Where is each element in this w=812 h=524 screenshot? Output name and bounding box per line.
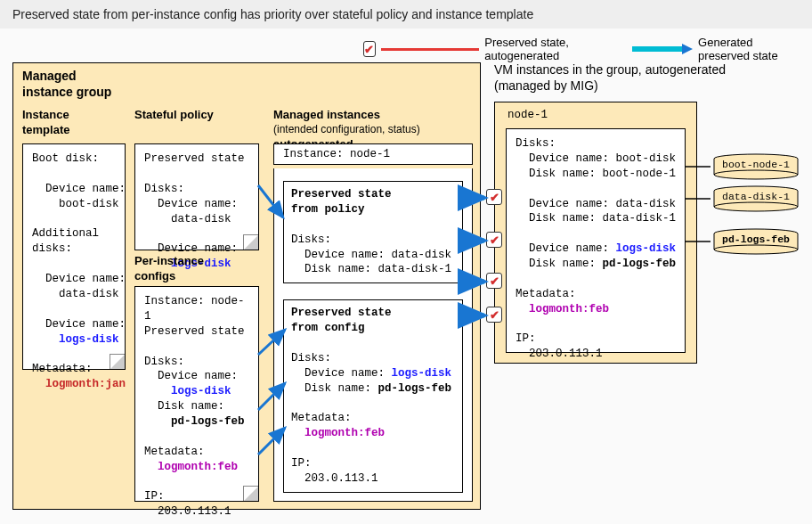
check-icon: ✔ [486, 232, 502, 248]
svg-point-6 [714, 170, 798, 179]
t-l11: logmonth:jan [32, 377, 116, 392]
t-l9: logs-disk [32, 332, 116, 348]
fp-t2: from policy [291, 202, 455, 217]
fc6: IP: [291, 456, 455, 471]
pi3: Disks: [144, 355, 249, 370]
stateful-policy-panel: Preserved state Disks: Device name: data… [134, 143, 259, 250]
t-l1: Boot disk: [32, 151, 116, 167]
managed-instances-panel: Preserved state from policy Disks: Devic… [273, 168, 473, 502]
v1: Disks: [516, 136, 676, 151]
cyan-arrow-icon [630, 43, 693, 55]
v8: logmonth:feb [516, 302, 676, 317]
disk-data: data-disk-1 [712, 185, 800, 212]
pi-h2: configs [134, 269, 259, 282]
v9: IP: [516, 332, 676, 347]
pi1: Instance: node-1 [144, 294, 249, 324]
per-instance-heading: Per-instance configs [134, 254, 259, 284]
mi-s1: (intended configuration, status) [273, 123, 469, 135]
template-heading: Instance template [22, 108, 120, 138]
sp1: Preserved state [144, 151, 249, 167]
sp3: Device name: [144, 197, 249, 212]
pi7: pd-logs-feb [144, 414, 249, 430]
check-icon: ✔ [363, 41, 376, 57]
pi10: IP: [144, 489, 249, 504]
v6: Disk name: pd-logs-feb [516, 257, 676, 272]
v2: Device name: boot-disk [516, 151, 676, 167]
pi8: Metadata: [144, 445, 249, 460]
template-h1: Instance [22, 108, 120, 121]
pi4: Device name: [144, 369, 249, 384]
legend: ✔ Preserved state, autogenerated Generat… [0, 29, 812, 66]
fc5: logmonth:feb [291, 426, 455, 441]
legend-check-label: Preserved state, autogenerated [484, 36, 604, 62]
svg-point-16 [714, 245, 798, 254]
v3: Disk name: boot-node-1 [516, 167, 676, 182]
disk-logs: pd-logs-feb [712, 228, 800, 255]
t-l8: Device name: [32, 317, 116, 332]
check-icon: ✔ [486, 307, 502, 323]
vm-section-title-2: (managed by MIG) [494, 78, 598, 93]
pi2: Preserved state [144, 324, 249, 340]
template-h2: template [22, 123, 120, 136]
check-icon: ✔ [486, 189, 502, 205]
v5: Device name: logs-disk [516, 242, 676, 257]
preserved-from-config: Preserved state from config Disks: Devic… [283, 299, 463, 493]
fc2: Device name: logs-disk [291, 366, 455, 381]
caption: Preserved state from per-instance config… [0, 0, 812, 29]
t-l6: Device name: [32, 272, 116, 287]
vm-section-title-1: VM instances in the group, autogenerated [494, 62, 726, 77]
mig-title-1: Managed [22, 69, 77, 83]
pi9: logmonth:feb [144, 460, 249, 475]
disk-label-1: boot-node-1 [712, 159, 800, 170]
t-l2: Device name: [32, 182, 116, 197]
fp2: Device name: data-disk [291, 248, 455, 263]
v4b: Disk name: data-disk-1 [516, 211, 676, 226]
fc3: Disk name: pd-logs-feb [291, 381, 455, 397]
red-line [381, 48, 479, 51]
fp1: Disks: [291, 233, 455, 248]
pi6: Disk name: [144, 399, 249, 414]
fc4: Metadata: [291, 411, 455, 426]
t-l4: Additional [32, 226, 116, 242]
per-instance-panel: Instance: node-1 Preserved state Disks: … [134, 286, 259, 502]
fp3: Disk name: data-disk-1 [291, 262, 455, 277]
svg-marker-1 [682, 44, 693, 54]
mi-h: Managed instances [273, 108, 469, 121]
legend-arrow-label: Generated preserved state [698, 36, 800, 62]
t-l3: boot-disk [32, 197, 116, 212]
pi11: 203.0.113.1 [144, 504, 249, 520]
v10: 203.0.113.1 [516, 347, 676, 362]
disk-label-3: pd-logs-feb [712, 233, 800, 245]
mig-box: Managed instance group Instance template… [12, 62, 481, 510]
fp-t1: Preserved state [291, 187, 455, 202]
pi5: logs-disk [144, 384, 249, 399]
check-icon: ✔ [486, 273, 502, 289]
mig-title-2: instance group [22, 85, 111, 99]
sp2: Disks: [144, 182, 249, 197]
t-l10: Metadata: [32, 362, 116, 377]
t-l5: disks: [32, 242, 116, 257]
stateful-policy-heading: Stateful policy [134, 108, 259, 123]
instance-template-panel: Boot disk: Device name: boot-disk Additi… [22, 143, 126, 370]
disk-boot: boot-node-1 [712, 153, 800, 180]
svg-point-11 [714, 202, 798, 211]
sp-h: Stateful policy [134, 108, 259, 121]
t-l7: data-disk [32, 287, 116, 302]
pi-h1: Per-instance [134, 254, 259, 267]
disk-label-2: data-disk-1 [712, 191, 800, 202]
fc1: Disks: [291, 351, 455, 366]
vm-name: node-1 [508, 109, 548, 121]
fc-t1: Preserved state [291, 306, 455, 321]
preserved-from-policy: Preserved state from policy Disks: Devic… [283, 181, 463, 283]
mi-instance-label: Instance: node-1 [273, 143, 473, 165]
fc-t2: from config [291, 321, 455, 336]
sp4: data-disk [144, 212, 249, 227]
vm-panel: Disks: Device name: boot-disk Disk name:… [506, 128, 686, 353]
v7: Metadata: [516, 287, 676, 302]
fc7: 203.0.113.1 [291, 471, 455, 487]
v4a: Device name: data-disk [516, 197, 676, 212]
